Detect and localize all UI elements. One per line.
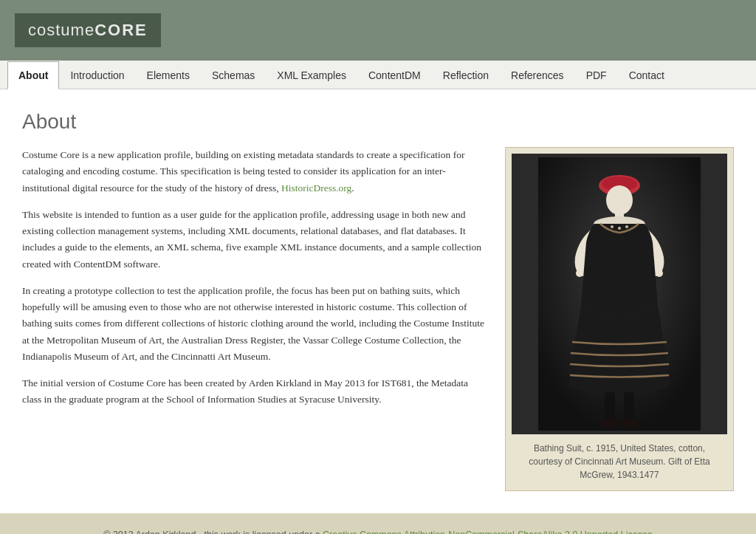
costume-svg [538, 157, 701, 431]
logo-core-text: CORE [94, 21, 148, 40]
costume-image [512, 154, 727, 434]
logo[interactable]: costumeCORE [15, 13, 161, 47]
svg-point-14 [625, 225, 628, 228]
svg-point-11 [656, 270, 663, 277]
paragraph-4: The initial version of Costume Core has … [22, 375, 484, 408]
tab-elements[interactable]: Elements [136, 61, 201, 89]
footer-license-link[interactable]: Creative Commons Attribution-NonCommerci… [323, 530, 653, 534]
svg-rect-7 [624, 392, 634, 422]
logo-costume-text: costume [28, 21, 94, 40]
page-title: About [22, 110, 734, 134]
paragraph-3: In creating a prototype collection to te… [22, 283, 484, 365]
about-text: Costume Core is a new application profil… [22, 147, 484, 419]
svg-rect-6 [605, 392, 615, 422]
svg-point-12 [611, 225, 614, 228]
svg-point-13 [618, 227, 621, 230]
footer-license-line: © 2013 Arden Kirkland - this work is lic… [7, 527, 749, 534]
image-panel: Bathing Suit, c. 1915, United States, co… [505, 147, 734, 491]
svg-point-8 [601, 419, 619, 428]
tab-references[interactable]: References [500, 61, 575, 89]
footer-copyright: © 2013 Arden Kirkland - this work is lic… [103, 530, 320, 534]
tab-xml-examples[interactable]: XML Examples [266, 61, 357, 89]
site-footer: © 2013 Arden Kirkland - this work is lic… [0, 513, 756, 534]
paragraph-1: Costume Core is a new application profil… [22, 147, 484, 196]
tab-about[interactable]: About [7, 61, 59, 89]
svg-point-10 [576, 270, 583, 277]
image-caption: Bathing Suit, c. 1915, United States, co… [512, 434, 727, 490]
tab-contact[interactable]: Contact [618, 61, 676, 89]
tab-schemas[interactable]: Schemas [201, 61, 266, 89]
svg-point-9 [620, 419, 638, 428]
svg-point-3 [606, 185, 633, 215]
paragraph-2: This website is intended to funtion as a… [22, 207, 484, 273]
content-wrapper: Costume Core is a new application profil… [22, 147, 734, 491]
tab-reflection[interactable]: Reflection [432, 61, 500, 89]
historicdress-link[interactable]: HistoricDress.org [281, 182, 351, 194]
tab-pdf[interactable]: PDF [575, 61, 618, 89]
main-content: About Costume Core is a new application … [0, 89, 756, 513]
site-header: costumeCORE [0, 0, 756, 61]
tab-introduction[interactable]: Introduction [59, 61, 135, 89]
main-nav: About Introduction Elements Schemas XML … [0, 61, 756, 89]
tab-contentdm[interactable]: ContentDM [357, 61, 432, 89]
